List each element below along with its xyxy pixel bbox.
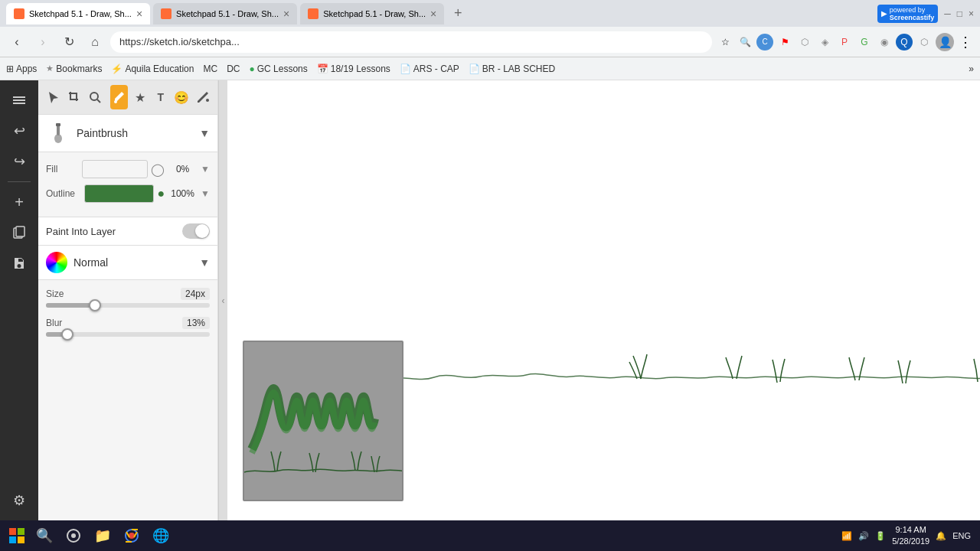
pages-tool[interactable] [5, 219, 33, 246]
tab-2[interactable]: Sketchpad 5.1 - Draw, Sh... × [153, 3, 297, 24]
canvas-area[interactable] [227, 80, 980, 520]
apps-icon: ⊞ [6, 64, 14, 74]
svg-rect-1 [13, 99, 25, 101]
lens-icon[interactable]: 🔍 [737, 34, 753, 51]
bookmark-star-icon[interactable]: ☆ [717, 34, 733, 51]
blur-value: 13% [182, 317, 210, 329]
home-button[interactable]: ⌂ [84, 31, 106, 53]
layers-tool[interactable] [5, 86, 33, 114]
menu-icon[interactable]: ⋮ [957, 34, 974, 51]
taskbar-file-explorer[interactable]: 📁 [89, 522, 116, 549]
bookmark-1819[interactable]: 📅 18/19 Lessons [317, 64, 390, 74]
search-tool-btn[interactable] [87, 85, 104, 109]
brush-label: Paintbrush [77, 127, 199, 139]
outline-opacity-arrow[interactable]: ▼ [201, 188, 210, 199]
taskbar-search[interactable]: 🔍 [31, 522, 58, 549]
ext6[interactable]: Q [896, 34, 913, 51]
window-close[interactable]: × [969, 8, 974, 19]
paint-layer-label: Paint Into Layer [46, 226, 182, 237]
settings-tool[interactable]: ⚙ [5, 487, 33, 514]
forward-button[interactable]: › [32, 31, 54, 53]
svg-point-18 [71, 533, 76, 538]
tab-3[interactable]: Sketchpad 5.1 - Draw, Sh... × [300, 3, 444, 24]
ext2[interactable]: ◈ [816, 34, 833, 51]
taskbar: 🔍 📁 🌐 📶 🔊 🔋 9:14 AM 5/28/2019 🔔 ENG [0, 520, 980, 551]
size-slider-row: Size 24px [46, 288, 210, 308]
crop-tool-btn[interactable] [65, 85, 83, 109]
size-slider-thumb[interactable] [89, 299, 101, 311]
reload-button[interactable]: ↻ [58, 31, 80, 53]
taskbar-cortana[interactable] [60, 522, 87, 549]
ext1[interactable]: ⬡ [796, 34, 813, 51]
outline-label: Outline [46, 188, 84, 199]
volume-icon[interactable]: 🔊 [858, 531, 869, 541]
address-bar: ‹ › ↻ ⌂ ☆ 🔍 C ⚑ ⬡ ◈ P G ◉ Q ⬡ 👤 ⋮ [0, 27, 980, 57]
redo-tool[interactable]: ↪ [5, 148, 33, 175]
window-maximize[interactable]: □ [957, 8, 962, 19]
blend-mode-row[interactable]: Normal ▼ [38, 246, 217, 280]
taskbar-chrome[interactable] [118, 522, 145, 549]
history-tool[interactable]: ↩ [5, 117, 33, 145]
profile-icon[interactable]: 👤 [936, 33, 954, 51]
ext4[interactable]: G [856, 34, 873, 51]
outline-color-swatch[interactable] [84, 184, 154, 203]
add-tool[interactable]: + [5, 188, 33, 216]
ext5[interactable]: ◉ [876, 34, 893, 51]
new-tab-button[interactable]: + [447, 3, 469, 24]
address-input[interactable] [110, 31, 712, 53]
gc-lessons-label: GC Lessons [257, 64, 308, 74]
size-slider-track[interactable] [46, 303, 210, 308]
text-tool-btn[interactable]: T [152, 85, 169, 109]
network-icon[interactable]: 📶 [841, 531, 852, 541]
blur-slider-track[interactable] [46, 332, 210, 337]
bookmark-gc-lessons[interactable]: ● GC Lessons [249, 64, 307, 74]
bookmark-apps[interactable]: ⊞ Apps [6, 64, 37, 74]
ext3[interactable]: P [836, 34, 853, 51]
taskbar-edge[interactable]: 🌐 [147, 522, 175, 549]
blur-slider-row: Blur 13% [46, 317, 210, 337]
tab-1-close[interactable]: × [136, 8, 142, 20]
star-tool-btn[interactable]: ★ [131, 85, 149, 109]
more-bookmarks[interactable]: » [969, 64, 974, 74]
screencastify-extension[interactable]: ▶ powered byScreencastify [877, 5, 939, 23]
tab-3-close[interactable]: × [430, 8, 436, 20]
cursor-indicator [293, 352, 309, 367]
brush-selector[interactable]: Paintbrush ▼ [38, 115, 217, 152]
battery-icon[interactable]: 🔋 [875, 531, 886, 541]
blur-slider-header: Blur 13% [46, 317, 210, 329]
emoji-tool-btn[interactable]: 😊 [173, 85, 191, 109]
aquila-icon: ⚡ [111, 64, 122, 74]
time-display[interactable]: 9:14 AM 5/28/2019 [892, 524, 929, 548]
notification-icon[interactable]: 🔔 [936, 531, 946, 541]
cat-icon[interactable]: C [756, 34, 773, 51]
paintbrush-tool-btn[interactable] [110, 85, 128, 109]
select-tool-btn[interactable] [44, 85, 62, 109]
app-area: ↩ ↪ + ⚙ ★ [0, 80, 980, 520]
bookmark-ars-cap[interactable]: 📄 ARS - CAP [400, 64, 459, 74]
bookmark-bookmarks[interactable]: ★ Bookmarks [46, 64, 102, 74]
blur-label: Blur [46, 318, 62, 328]
window-minimize[interactable]: ─ [944, 8, 951, 19]
bookmark-mc[interactable]: MC [203, 64, 217, 74]
gc-icon: ● [249, 64, 254, 74]
blur-slider-thumb[interactable] [61, 328, 74, 341]
ext7[interactable]: ⬡ [916, 34, 933, 51]
fill-color-swatch[interactable] [82, 160, 148, 178]
panel-collapse-handle[interactable]: ‹ [218, 80, 227, 520]
start-button[interactable] [3, 522, 31, 549]
bookmark-br-lab[interactable]: 📄 BR - LAB SCHED [469, 64, 555, 74]
brush-dropdown-arrow[interactable]: ▼ [199, 127, 210, 139]
back-button[interactable]: ‹ [6, 31, 28, 53]
tab-2-close[interactable]: × [283, 8, 289, 20]
bookmark-aquila[interactable]: ⚡ Aquila Education [111, 64, 194, 74]
blend-dropdown-arrow[interactable]: ▼ [199, 256, 210, 269]
paint-layer-toggle[interactable] [182, 223, 210, 239]
tab-1[interactable]: Sketchpad 5.1 - Draw, Sh... × [6, 3, 150, 24]
fill-tool-btn[interactable] [194, 85, 211, 109]
preview-svg [244, 342, 403, 501]
flag-icon[interactable]: ⚑ [776, 34, 793, 51]
bookmark-dc[interactable]: DC [227, 64, 240, 74]
fill-opacity-arrow[interactable]: ▼ [201, 164, 210, 174]
svg-point-7 [114, 100, 117, 103]
save-tool[interactable] [5, 249, 33, 277]
